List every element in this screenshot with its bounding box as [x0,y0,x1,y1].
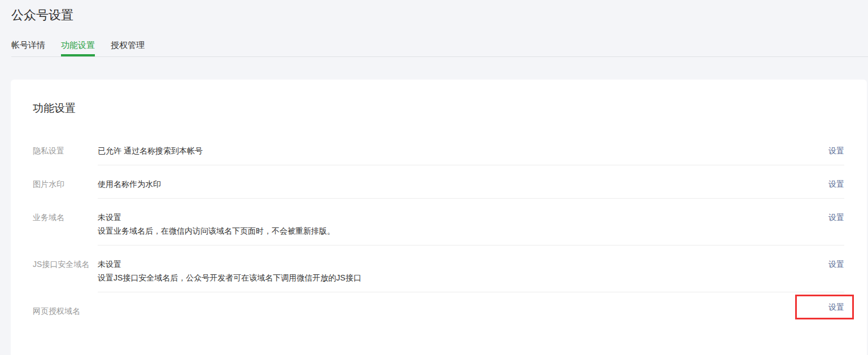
row-privacy-settings: 隐私设置 已允许 通过名称搜索到本帐号 设置 [33,132,844,165]
tab-function-settings[interactable]: 功能设置 [61,40,95,56]
row-description: 设置业务域名后，在微信内访问该域名下页面时，不会被重新排版。 [98,225,335,236]
row-value: 使用名称作为水印 [98,178,161,190]
header-divider [11,56,868,57]
tab-bar: 帐号详情 功能设置 授权管理 [11,40,868,56]
row-description: 设置JS接口安全域名后，公众号开发者可在该域名下调用微信开放的JS接口 [98,272,361,283]
row-business-domain: 业务域名 未设置 设置业务域名后，在微信内访问该域名下页面时，不会被重新排版。 … [33,199,844,246]
set-link-webpage-auth-domain[interactable]: 设置 [828,303,844,312]
row-value: 已允许 通过名称搜索到本帐号 [98,145,203,156]
set-link-js-api-domain[interactable]: 设置 [828,258,844,270]
row-image-watermark: 图片水印 使用名称作为水印 设置 [33,165,844,199]
row-value: 未设置 [98,212,335,223]
row-js-api-safe-domain: JS接口安全域名 未设置 设置JS接口安全域名后，公众号开发者可在该域名下调用微… [33,246,844,292]
set-link-business-domain[interactable]: 设置 [828,212,844,223]
set-link-privacy[interactable]: 设置 [828,145,844,156]
set-link-watermark[interactable]: 设置 [828,178,844,190]
page-title: 公众号设置 [11,8,868,23]
row-value: 未设置 [98,258,361,270]
row-label: 网页授权域名 [33,292,98,328]
red-highlight-box: 设置 [795,295,854,319]
row-label: 业务域名 [33,199,98,246]
row-label: 隐私设置 [33,132,98,165]
settings-list: 隐私设置 已允许 通过名称搜索到本帐号 设置 图片水印 使用名称作为水印 设置 … [33,132,844,328]
row-label: 图片水印 [33,165,98,199]
tab-account-details[interactable]: 帐号详情 [11,40,45,56]
row-label: JS接口安全域名 [33,246,98,292]
function-settings-panel: 功能设置 隐私设置 已允许 通过名称搜索到本帐号 设置 图片水印 使用名称作为水… [11,80,867,355]
row-webpage-auth-domain: 网页授权域名 设置 [33,292,844,328]
page-header: 公众号设置 [0,0,868,23]
tab-authorization-management[interactable]: 授权管理 [111,40,145,56]
panel-heading: 功能设置 [33,102,844,114]
